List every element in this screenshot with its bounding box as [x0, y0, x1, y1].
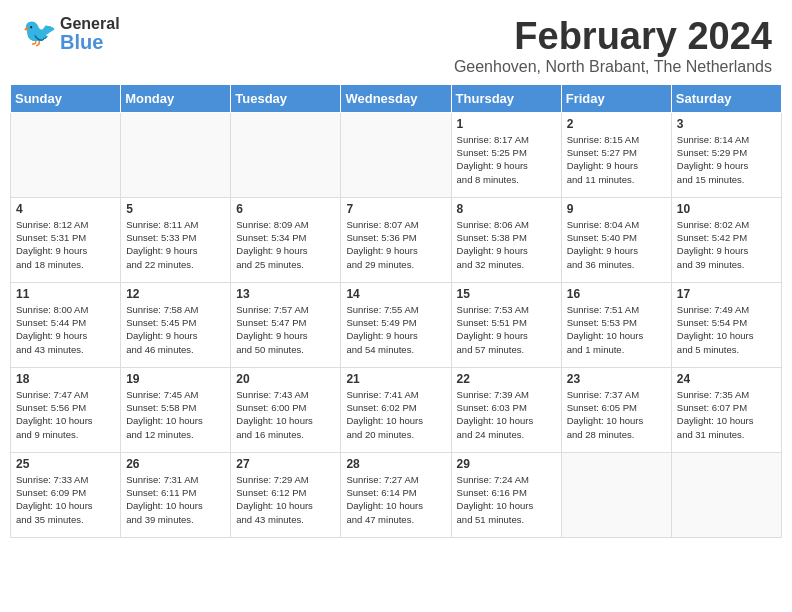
day-cell-4-2: 27Sunrise: 7:29 AM Sunset: 6:12 PM Dayli…: [231, 452, 341, 537]
header-friday: Friday: [561, 84, 671, 112]
day-number: 8: [457, 202, 556, 216]
day-info: Sunrise: 7:37 AM Sunset: 6:05 PM Dayligh…: [567, 388, 666, 441]
header-monday: Monday: [121, 84, 231, 112]
day-info: Sunrise: 7:55 AM Sunset: 5:49 PM Dayligh…: [346, 303, 445, 356]
day-cell-4-6: [671, 452, 781, 537]
calendar-wrapper: Sunday Monday Tuesday Wednesday Thursday…: [0, 84, 792, 548]
day-info: Sunrise: 8:15 AM Sunset: 5:27 PM Dayligh…: [567, 133, 666, 186]
day-info: Sunrise: 7:58 AM Sunset: 5:45 PM Dayligh…: [126, 303, 225, 356]
day-number: 18: [16, 372, 115, 386]
day-number: 11: [16, 287, 115, 301]
day-info: Sunrise: 7:47 AM Sunset: 5:56 PM Dayligh…: [16, 388, 115, 441]
day-number: 16: [567, 287, 666, 301]
calendar-header: Sunday Monday Tuesday Wednesday Thursday…: [11, 84, 782, 112]
day-number: 20: [236, 372, 335, 386]
day-cell-1-0: 4Sunrise: 8:12 AM Sunset: 5:31 PM Daylig…: [11, 197, 121, 282]
week-row-5: 25Sunrise: 7:33 AM Sunset: 6:09 PM Dayli…: [11, 452, 782, 537]
day-number: 2: [567, 117, 666, 131]
day-number: 13: [236, 287, 335, 301]
day-cell-2-1: 12Sunrise: 7:58 AM Sunset: 5:45 PM Dayli…: [121, 282, 231, 367]
day-number: 14: [346, 287, 445, 301]
day-cell-1-6: 10Sunrise: 8:02 AM Sunset: 5:42 PM Dayli…: [671, 197, 781, 282]
week-row-4: 18Sunrise: 7:47 AM Sunset: 5:56 PM Dayli…: [11, 367, 782, 452]
day-info: Sunrise: 8:00 AM Sunset: 5:44 PM Dayligh…: [16, 303, 115, 356]
day-cell-4-3: 28Sunrise: 7:27 AM Sunset: 6:14 PM Dayli…: [341, 452, 451, 537]
day-cell-3-4: 22Sunrise: 7:39 AM Sunset: 6:03 PM Dayli…: [451, 367, 561, 452]
header-tuesday: Tuesday: [231, 84, 341, 112]
header-saturday: Saturday: [671, 84, 781, 112]
day-info: Sunrise: 7:51 AM Sunset: 5:53 PM Dayligh…: [567, 303, 666, 356]
week-row-3: 11Sunrise: 8:00 AM Sunset: 5:44 PM Dayli…: [11, 282, 782, 367]
day-number: 29: [457, 457, 556, 471]
day-info: Sunrise: 7:31 AM Sunset: 6:11 PM Dayligh…: [126, 473, 225, 526]
day-cell-2-3: 14Sunrise: 7:55 AM Sunset: 5:49 PM Dayli…: [341, 282, 451, 367]
day-info: Sunrise: 7:33 AM Sunset: 6:09 PM Dayligh…: [16, 473, 115, 526]
day-number: 25: [16, 457, 115, 471]
header-thursday: Thursday: [451, 84, 561, 112]
day-info: Sunrise: 7:41 AM Sunset: 6:02 PM Dayligh…: [346, 388, 445, 441]
calendar-body: 1Sunrise: 8:17 AM Sunset: 5:25 PM Daylig…: [11, 112, 782, 537]
day-number: 17: [677, 287, 776, 301]
day-cell-1-4: 8Sunrise: 8:06 AM Sunset: 5:38 PM Daylig…: [451, 197, 561, 282]
day-number: 1: [457, 117, 556, 131]
day-number: 6: [236, 202, 335, 216]
day-cell-2-4: 15Sunrise: 7:53 AM Sunset: 5:51 PM Dayli…: [451, 282, 561, 367]
day-number: 23: [567, 372, 666, 386]
week-row-2: 4Sunrise: 8:12 AM Sunset: 5:31 PM Daylig…: [11, 197, 782, 282]
day-number: 15: [457, 287, 556, 301]
svg-text:🐦: 🐦: [22, 16, 56, 49]
day-cell-2-6: 17Sunrise: 7:49 AM Sunset: 5:54 PM Dayli…: [671, 282, 781, 367]
day-number: 3: [677, 117, 776, 131]
day-cell-0-6: 3Sunrise: 8:14 AM Sunset: 5:29 PM Daylig…: [671, 112, 781, 197]
day-info: Sunrise: 7:27 AM Sunset: 6:14 PM Dayligh…: [346, 473, 445, 526]
header-wednesday: Wednesday: [341, 84, 451, 112]
day-cell-4-5: [561, 452, 671, 537]
day-cell-4-4: 29Sunrise: 7:24 AM Sunset: 6:16 PM Dayli…: [451, 452, 561, 537]
day-cell-0-0: [11, 112, 121, 197]
month-year-title: February 2024: [454, 16, 772, 58]
day-info: Sunrise: 8:09 AM Sunset: 5:34 PM Dayligh…: [236, 218, 335, 271]
day-info: Sunrise: 8:02 AM Sunset: 5:42 PM Dayligh…: [677, 218, 776, 271]
day-info: Sunrise: 8:14 AM Sunset: 5:29 PM Dayligh…: [677, 133, 776, 186]
day-cell-2-2: 13Sunrise: 7:57 AM Sunset: 5:47 PM Dayli…: [231, 282, 341, 367]
day-number: 27: [236, 457, 335, 471]
day-cell-3-0: 18Sunrise: 7:47 AM Sunset: 5:56 PM Dayli…: [11, 367, 121, 452]
day-info: Sunrise: 7:53 AM Sunset: 5:51 PM Dayligh…: [457, 303, 556, 356]
title-section: February 2024 Geenhoven, North Brabant, …: [454, 16, 772, 76]
day-number: 26: [126, 457, 225, 471]
day-info: Sunrise: 8:12 AM Sunset: 5:31 PM Dayligh…: [16, 218, 115, 271]
location-subtitle: Geenhoven, North Brabant, The Netherland…: [454, 58, 772, 76]
day-cell-0-3: [341, 112, 451, 197]
day-cell-4-1: 26Sunrise: 7:31 AM Sunset: 6:11 PM Dayli…: [121, 452, 231, 537]
day-number: 21: [346, 372, 445, 386]
day-number: 10: [677, 202, 776, 216]
day-cell-3-3: 21Sunrise: 7:41 AM Sunset: 6:02 PM Dayli…: [341, 367, 451, 452]
day-info: Sunrise: 8:17 AM Sunset: 5:25 PM Dayligh…: [457, 133, 556, 186]
day-number: 28: [346, 457, 445, 471]
logo-blue-text: Blue: [60, 32, 120, 52]
day-number: 22: [457, 372, 556, 386]
day-number: 24: [677, 372, 776, 386]
day-cell-2-0: 11Sunrise: 8:00 AM Sunset: 5:44 PM Dayli…: [11, 282, 121, 367]
day-cell-0-1: [121, 112, 231, 197]
week-row-1: 1Sunrise: 8:17 AM Sunset: 5:25 PM Daylig…: [11, 112, 782, 197]
day-info: Sunrise: 7:43 AM Sunset: 6:00 PM Dayligh…: [236, 388, 335, 441]
day-info: Sunrise: 8:04 AM Sunset: 5:40 PM Dayligh…: [567, 218, 666, 271]
day-cell-4-0: 25Sunrise: 7:33 AM Sunset: 6:09 PM Dayli…: [11, 452, 121, 537]
day-number: 19: [126, 372, 225, 386]
page-header: 🐦 General Blue February 2024 Geenhoven, …: [0, 0, 792, 84]
day-info: Sunrise: 8:06 AM Sunset: 5:38 PM Dayligh…: [457, 218, 556, 271]
logo: 🐦 General Blue: [20, 16, 120, 52]
logo-text: General Blue: [60, 16, 120, 52]
logo-general-text: General: [60, 16, 120, 32]
day-info: Sunrise: 7:49 AM Sunset: 5:54 PM Dayligh…: [677, 303, 776, 356]
calendar-table: Sunday Monday Tuesday Wednesday Thursday…: [10, 84, 782, 538]
day-number: 12: [126, 287, 225, 301]
day-info: Sunrise: 7:39 AM Sunset: 6:03 PM Dayligh…: [457, 388, 556, 441]
day-info: Sunrise: 7:57 AM Sunset: 5:47 PM Dayligh…: [236, 303, 335, 356]
day-info: Sunrise: 8:07 AM Sunset: 5:36 PM Dayligh…: [346, 218, 445, 271]
day-cell-3-6: 24Sunrise: 7:35 AM Sunset: 6:07 PM Dayli…: [671, 367, 781, 452]
day-cell-3-5: 23Sunrise: 7:37 AM Sunset: 6:05 PM Dayli…: [561, 367, 671, 452]
day-cell-3-2: 20Sunrise: 7:43 AM Sunset: 6:00 PM Dayli…: [231, 367, 341, 452]
day-cell-0-2: [231, 112, 341, 197]
